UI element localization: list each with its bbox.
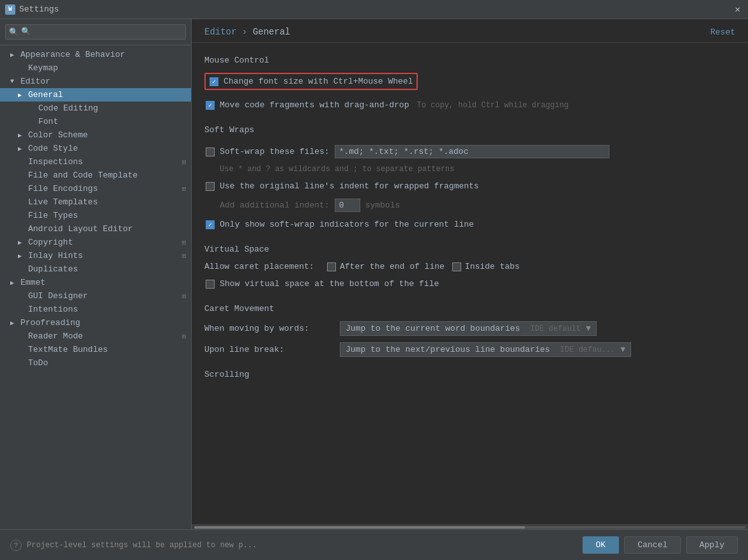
sidebar-item-label: Editor bbox=[20, 77, 50, 86]
virtual-space-section: Virtual Space Allow caret placement: Aft… bbox=[204, 245, 735, 291]
ok-button[interactable]: OK bbox=[583, 536, 620, 554]
sidebar: 🔍 ▶ Appearance & Behavior Keymap ▼ Edito… bbox=[0, 19, 192, 529]
sidebar-item-duplicates[interactable]: Duplicates bbox=[0, 262, 191, 276]
sidebar-item-file-code-template[interactable]: File and Code Template bbox=[0, 169, 191, 182]
sidebar-item-label: Proofreading bbox=[20, 318, 80, 328]
search-icon: 🔍 bbox=[9, 27, 19, 37]
dropdown-words-row: When moving by words: Jump to the curren… bbox=[204, 321, 735, 336]
sidebar-item-label: Android Layout Editor bbox=[28, 224, 133, 234]
indent-row: Add additional indent: symbols bbox=[204, 199, 735, 212]
arrow-icon: ▶ bbox=[18, 132, 26, 139]
checkbox-drag-drop-label: Move code fragments with drag-and-drop bbox=[220, 100, 409, 110]
sidebar-item-todo[interactable]: ToDo bbox=[0, 356, 191, 370]
sidebar-item-inspections[interactable]: Inspections ⊞ bbox=[0, 155, 191, 169]
sidebar-item-android-layout[interactable]: Android Layout Editor bbox=[0, 222, 191, 236]
sidebar-item-label: ToDo bbox=[28, 358, 48, 368]
sidebar-item-label: Live Templates bbox=[28, 197, 98, 207]
dropdown-line-label: Upon line break: bbox=[204, 345, 332, 354]
indent-label: Add additional indent: bbox=[220, 201, 330, 210]
checkbox-font-size-label: Change font size with Ctrl+Mouse Wheel bbox=[224, 77, 413, 86]
caret-movement-title: Caret Movement bbox=[204, 304, 735, 314]
checkbox-virtual-bottom[interactable] bbox=[206, 280, 215, 289]
caret-movement-section: Caret Movement When moving by words: Jum… bbox=[204, 304, 735, 357]
sidebar-item-label: General bbox=[28, 90, 63, 100]
dropdown-line-hint: IDE defau... bbox=[560, 345, 615, 354]
arrow-icon: ▶ bbox=[10, 319, 18, 327]
checkbox-indicators[interactable] bbox=[206, 220, 215, 229]
sidebar-item-appearance[interactable]: ▶ Appearance & Behavior bbox=[0, 48, 191, 61]
sidebar-item-general[interactable]: ▶ General bbox=[0, 88, 191, 102]
sidebar-item-file-types[interactable]: File Types bbox=[0, 209, 191, 222]
sidebar-item-intentions[interactable]: Intentions bbox=[0, 303, 191, 316]
soft-wraps-title: Soft Wraps bbox=[204, 125, 735, 135]
breadcrumb-part1: Editor bbox=[204, 27, 236, 37]
breadcrumb-part2: General bbox=[253, 27, 291, 37]
checkbox-indicators-label: Only show soft-wrap indicators for the c… bbox=[220, 220, 474, 229]
checkbox-indicators-row: Only show soft-wrap indicators for the c… bbox=[204, 217, 735, 232]
scrolling-section: Scrolling bbox=[204, 370, 735, 379]
checkbox-drag-drop[interactable] bbox=[206, 101, 215, 110]
checkbox-inside-tabs[interactable] bbox=[452, 262, 461, 271]
checkbox-soft-wrap[interactable] bbox=[206, 148, 215, 156]
title-bar-left: W Settings bbox=[5, 4, 59, 15]
sidebar-item-live-templates[interactable]: Live Templates bbox=[0, 195, 191, 209]
apply-button[interactable]: Apply bbox=[686, 536, 738, 554]
scrollbar-thumb[interactable] bbox=[194, 526, 525, 529]
badge-icon: ⊞ bbox=[182, 333, 186, 340]
dropdown-words-hint: IDE default bbox=[530, 324, 581, 333]
sidebar-item-code-editing[interactable]: Code Editing bbox=[0, 102, 191, 115]
dropdown-arrow-icon2: ▼ bbox=[620, 345, 625, 354]
sidebar-item-font[interactable]: Font bbox=[0, 115, 191, 128]
dropdown-line-value: Jump to the next/previous line boundarie… bbox=[346, 345, 550, 354]
search-wrapper: 🔍 bbox=[5, 24, 186, 40]
sidebar-item-reader-mode[interactable]: Reader Mode ⊞ bbox=[0, 329, 191, 343]
sidebar-item-gui-designer[interactable]: GUI Designer ⊞ bbox=[0, 289, 191, 303]
content-scroll: Mouse Control Change font size with Ctrl… bbox=[192, 43, 748, 524]
sidebar-item-code-style[interactable]: ▶ Code Style bbox=[0, 142, 191, 155]
virtual-space-title: Virtual Space bbox=[204, 245, 735, 254]
search-input[interactable] bbox=[5, 24, 186, 40]
bottom-right: OK Cancel Apply bbox=[583, 536, 738, 554]
checkbox-font-size[interactable] bbox=[210, 77, 218, 86]
arrow-icon: ▶ bbox=[18, 145, 26, 153]
sidebar-item-keymap[interactable]: Keymap bbox=[0, 61, 191, 75]
mouse-control-title: Mouse Control bbox=[204, 56, 735, 65]
breadcrumb-sep: › bbox=[242, 27, 253, 37]
soft-wrap-files-input[interactable] bbox=[335, 145, 609, 158]
checkbox-inside-tabs-label: Inside tabs bbox=[465, 262, 520, 271]
sidebar-item-label: File Encodings bbox=[28, 184, 98, 193]
dropdown-line[interactable]: Jump to the next/previous line boundarie… bbox=[340, 342, 631, 357]
checkbox-virtual-bottom-label: Show virtual space at the bottom of the … bbox=[220, 279, 439, 289]
sidebar-item-color-scheme[interactable]: ▶ Color Scheme bbox=[0, 128, 191, 142]
arrow-icon: ▶ bbox=[18, 252, 26, 260]
sidebar-item-file-encodings[interactable]: File Encodings ⊞ bbox=[0, 182, 191, 195]
content-header: Editor › General Reset bbox=[192, 19, 748, 43]
sidebar-item-editor[interactable]: ▼ Editor bbox=[0, 75, 191, 88]
indent-value-input[interactable] bbox=[335, 199, 360, 212]
sidebar-item-emmet[interactable]: ▶ Emmet bbox=[0, 276, 191, 289]
sidebar-item-label: Inspections bbox=[28, 157, 83, 167]
sidebar-item-label: File and Code Template bbox=[28, 170, 138, 180]
badge-icon: ⊞ bbox=[182, 185, 186, 193]
checkbox-after-end-group: After the end of line bbox=[327, 262, 445, 271]
checkbox-original-indent[interactable] bbox=[206, 182, 215, 191]
arrow-icon: ▶ bbox=[10, 51, 18, 59]
help-button[interactable]: ? bbox=[10, 540, 22, 551]
breadcrumb: Editor › General bbox=[204, 27, 290, 37]
window-title: Settings bbox=[19, 4, 59, 14]
sidebar-item-inlay-hints[interactable]: ▶ Inlay Hints ⊞ bbox=[0, 249, 191, 262]
close-button[interactable]: ✕ bbox=[733, 3, 743, 16]
cancel-button[interactable]: Cancel bbox=[624, 536, 681, 554]
badge-icon: ⊞ bbox=[182, 252, 186, 260]
checkbox-original-indent-label: Use the original line's indent for wrapp… bbox=[220, 181, 479, 191]
search-box: 🔍 bbox=[0, 19, 191, 45]
horizontal-scrollbar[interactable] bbox=[192, 524, 748, 529]
dropdown-words[interactable]: Jump to the current word boundaries IDE … bbox=[340, 321, 597, 336]
sidebar-item-copyright[interactable]: ▶ Copyright ⊞ bbox=[0, 236, 191, 249]
sidebar-item-proofreading[interactable]: ▶ Proofreading bbox=[0, 316, 191, 329]
sidebar-item-label: Code Editing bbox=[38, 103, 98, 113]
sidebar-item-textmate-bundles[interactable]: TextMate Bundles bbox=[0, 343, 191, 356]
checkbox-after-end[interactable] bbox=[327, 262, 336, 271]
reset-link[interactable]: Reset bbox=[710, 27, 735, 37]
soft-wraps-section: Soft Wraps Soft-wrap these files: Use * … bbox=[204, 125, 735, 232]
